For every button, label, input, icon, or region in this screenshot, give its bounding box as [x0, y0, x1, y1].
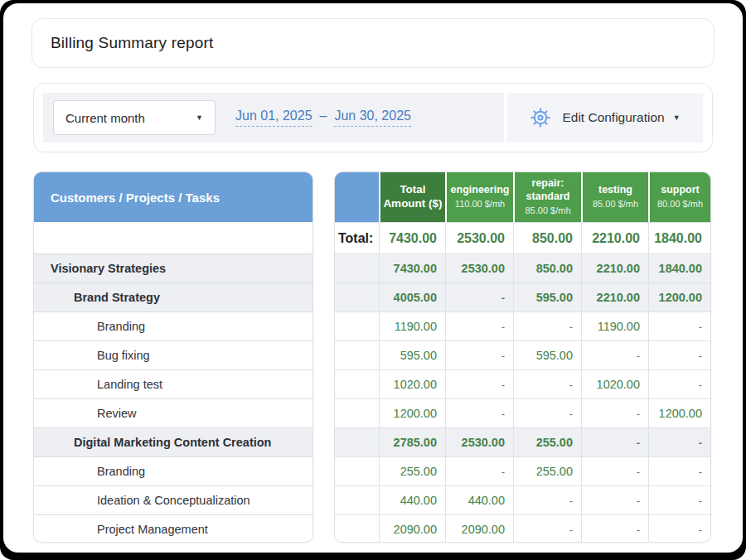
value-cell: 595.00 [513, 282, 581, 311]
value-cell: 850.00 [513, 253, 581, 282]
value-cell: 440.00 [445, 485, 513, 514]
row-leading-cell [335, 514, 379, 543]
column-header: support80.00 $/mh [648, 172, 710, 222]
value-cell: 595.00 [379, 340, 445, 369]
tree-row-label: Landing test [34, 369, 312, 398]
toolbar-config-section: Edit Configuration ▼ [507, 93, 703, 142]
left-spacer-row [34, 222, 312, 253]
date-start-link[interactable]: Jun 01, 2025 [235, 109, 312, 127]
row-leading-cell [335, 398, 379, 427]
value-cell: 4005.00 [379, 282, 445, 311]
value-cell: 1020.00 [581, 369, 648, 398]
toolbar: Current month ▼ Jun 01, 2025 – Jun 30, 2… [33, 83, 713, 152]
row-leading-cell [335, 253, 379, 282]
value-cell: 2090.00 [379, 514, 445, 543]
billing-values-table: Total Amount ($)engineering110.00 $/mhre… [334, 171, 711, 543]
value-cell: 1840.00 [648, 253, 710, 282]
column-header: testing85.00 $/mh [581, 172, 648, 222]
tree-row-label: Project Management [34, 514, 312, 543]
tree-row-label: Branding [34, 311, 312, 340]
value-cell: - [513, 311, 581, 340]
tree-row-label: Bug fixing [34, 340, 312, 369]
column-rate: 80.00 $/mh [657, 199, 703, 210]
tree-row-label: Branding [34, 456, 312, 485]
column-header: repair: standard85.00 $/mh [513, 172, 581, 222]
column-name: testing [598, 184, 632, 197]
page-title: Billing Summary report [51, 34, 214, 52]
total-row-label: Total: [335, 222, 379, 253]
value-cell: - [581, 427, 648, 456]
column-name: Total Amount ($) [383, 183, 443, 211]
value-cell: - [445, 369, 513, 398]
edit-configuration-label: Edit Configuration [562, 110, 664, 125]
tree-row-label: Ideation & Conceptualization [34, 485, 312, 514]
row-leading-cell [335, 340, 379, 369]
value-cell: 1200.00 [648, 282, 710, 311]
value-cell: 1190.00 [581, 311, 648, 340]
value-cell: 2090.00 [445, 514, 513, 543]
column-rate: 85.00 $/mh [593, 199, 638, 210]
total-value-cell: 2210.00 [581, 222, 648, 253]
value-cell: 595.00 [513, 340, 581, 369]
value-cell: - [581, 398, 648, 427]
column-header: engineering110.00 $/mh [445, 172, 513, 222]
value-cell: - [513, 485, 581, 514]
value-cell: - [648, 369, 710, 398]
value-cell: - [581, 456, 648, 485]
row-leading-cell [335, 456, 379, 485]
value-cell: 2210.00 [581, 282, 648, 311]
value-cell: - [581, 485, 648, 514]
tree-row-label: Digital Marketing Content Creation [34, 427, 312, 456]
row-leading-cell [335, 369, 379, 398]
value-cell: - [445, 340, 513, 369]
period-select[interactable]: Current month ▼ [53, 100, 216, 135]
row-leading-cell [335, 282, 379, 311]
date-range: Jun 01, 2025 – Jun 30, 2025 [235, 109, 411, 127]
report-title-card: Billing Summary report [31, 18, 715, 68]
column-name: repair: standard [517, 177, 579, 203]
value-cell: 1200.00 [648, 398, 710, 427]
total-value-cell: 7430.00 [379, 222, 445, 253]
value-cell: 255.00 [513, 456, 581, 485]
column-name: engineering [451, 184, 510, 197]
customers-projects-tasks-header: Customers / Projects / Tasks [34, 172, 312, 222]
value-cell: - [445, 311, 513, 340]
tree-row-label: Visionary Strategies [34, 253, 312, 282]
total-value-cell: 2530.00 [445, 222, 513, 253]
value-cell: - [445, 398, 513, 427]
column-rate: 110.00 $/mh [455, 199, 505, 210]
column-name: support [661, 184, 700, 197]
row-leading-cell [335, 311, 379, 340]
date-range-separator: – [320, 109, 327, 123]
value-cell: 2210.00 [581, 253, 648, 282]
value-cell: 2530.00 [445, 427, 513, 456]
value-cell: 255.00 [379, 456, 445, 485]
value-cell: - [648, 514, 710, 543]
value-cell: 255.00 [513, 427, 581, 456]
value-cell: - [648, 456, 710, 485]
value-cell: - [445, 282, 513, 311]
value-cell: 7430.00 [379, 253, 445, 282]
column-rate: 85.00 $/mh [525, 205, 570, 217]
period-select-value: Current month [65, 111, 145, 125]
value-cell: - [513, 369, 581, 398]
edit-configuration-button[interactable]: Edit Configuration ▼ [530, 107, 680, 128]
tree-row-label: Brand Strategy [34, 282, 312, 311]
value-cell: 1190.00 [379, 311, 445, 340]
value-cell: - [648, 311, 710, 340]
value-cell: - [648, 340, 710, 369]
row-leading-cell [335, 427, 379, 456]
value-cell: - [648, 485, 710, 514]
value-cell: 1200.00 [379, 398, 445, 427]
total-value-cell: 850.00 [513, 222, 581, 253]
toolbar-period-section: Current month ▼ Jun 01, 2025 – Jun 30, 2… [43, 93, 504, 142]
gear-icon [530, 107, 551, 128]
chevron-down-icon: ▼ [673, 114, 681, 122]
total-value-cell: 1840.00 [648, 222, 710, 253]
value-cell: 1020.00 [379, 369, 445, 398]
row-label-column-header [335, 172, 379, 222]
value-cell: - [648, 427, 710, 456]
value-cell: - [581, 340, 648, 369]
value-cell: - [445, 456, 513, 485]
date-end-link[interactable]: Jun 30, 2025 [334, 109, 411, 127]
